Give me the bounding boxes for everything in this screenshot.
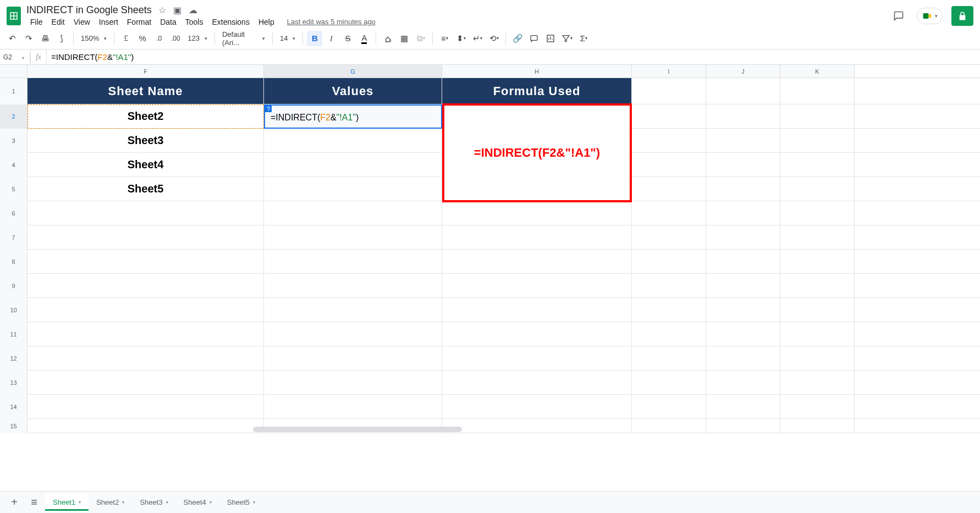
- horizontal-scrollbar[interactable]: [253, 427, 462, 432]
- cell-G6[interactable]: [264, 201, 442, 225]
- cell-F12[interactable]: [27, 346, 264, 370]
- cell-K11[interactable]: [780, 322, 855, 346]
- undo-button[interactable]: ↶: [4, 31, 20, 46]
- filter-button[interactable]: ▾: [559, 31, 575, 46]
- horizontal-align-button[interactable]: ≡▾: [437, 31, 452, 46]
- column-header-F[interactable]: F: [27, 65, 264, 78]
- row-header-11[interactable]: 11: [0, 322, 27, 346]
- menu-file[interactable]: File: [26, 15, 47, 29]
- comments-icon[interactable]: [889, 7, 908, 25]
- text-rotation-button[interactable]: ⟲▾: [486, 31, 502, 46]
- cell-H14[interactable]: [442, 395, 632, 418]
- cell-J10[interactable]: [706, 298, 780, 322]
- currency-button[interactable]: £: [118, 31, 134, 46]
- paint-format-button[interactable]: ⟆: [54, 31, 69, 46]
- move-folder-icon[interactable]: ▣: [173, 5, 183, 15]
- cell-F3[interactable]: Sheet3: [27, 129, 264, 152]
- cell-I7[interactable]: [632, 225, 706, 249]
- menu-tools[interactable]: Tools: [181, 15, 207, 29]
- meet-button[interactable]: ▾: [917, 8, 943, 24]
- insert-link-button[interactable]: 🔗: [510, 31, 525, 46]
- redo-button[interactable]: ↷: [21, 31, 36, 46]
- cell-G3[interactable]: [264, 129, 442, 152]
- cell-I15[interactable]: [632, 419, 706, 433]
- cell-I11[interactable]: [632, 322, 706, 346]
- share-button[interactable]: [951, 6, 973, 26]
- functions-button[interactable]: Σ▾: [576, 31, 591, 46]
- cell-H7[interactable]: [442, 225, 632, 249]
- cell-J7[interactable]: [706, 225, 780, 249]
- cell-K3[interactable]: [780, 129, 855, 152]
- cell-J3[interactable]: [706, 129, 780, 152]
- cloud-status-icon[interactable]: ☁: [188, 5, 198, 15]
- cell-G12[interactable]: [264, 346, 442, 370]
- row-header-5[interactable]: 5: [0, 177, 27, 201]
- cell-G10[interactable]: [264, 298, 442, 322]
- cell-J12[interactable]: [706, 346, 780, 370]
- insert-comment-button[interactable]: [526, 31, 542, 46]
- cell-K14[interactable]: [780, 395, 855, 418]
- cell-K7[interactable]: [780, 225, 855, 249]
- cell-I6[interactable]: [632, 201, 706, 225]
- cell-H1[interactable]: Formula Used: [442, 78, 632, 104]
- cell-I14[interactable]: [632, 395, 706, 418]
- cell-G1[interactable]: Values: [264, 78, 442, 104]
- menu-insert[interactable]: Insert: [95, 15, 122, 29]
- cell-F2[interactable]: Sheet2: [27, 104, 264, 128]
- cell-G13[interactable]: [264, 371, 442, 394]
- row-header-2[interactable]: 2: [0, 104, 27, 129]
- cell-K1[interactable]: [780, 78, 855, 104]
- cell-I4[interactable]: [632, 153, 706, 176]
- menu-help[interactable]: Help: [255, 15, 278, 29]
- column-header-I[interactable]: I: [632, 65, 706, 78]
- number-format-select[interactable]: 123: [184, 34, 211, 42]
- row-header-10[interactable]: 10: [0, 298, 27, 322]
- row-header-1[interactable]: 1: [0, 78, 27, 104]
- cell-H15[interactable]: [442, 419, 632, 433]
- decrease-decimal-button[interactable]: .0: [151, 31, 167, 46]
- cell-G7[interactable]: [264, 225, 442, 249]
- cell-H13[interactable]: [442, 371, 632, 394]
- cell-I10[interactable]: [632, 298, 706, 322]
- cell-G14[interactable]: [264, 395, 442, 418]
- row-header-9[interactable]: 9: [0, 274, 27, 298]
- cell-F8[interactable]: [27, 250, 264, 273]
- cell-K10[interactable]: [780, 298, 855, 322]
- cell-K12[interactable]: [780, 346, 855, 370]
- cell-I2[interactable]: [632, 104, 706, 128]
- cell-I3[interactable]: [632, 129, 706, 152]
- cell-K15[interactable]: [780, 419, 855, 433]
- cell-H10[interactable]: [442, 298, 632, 322]
- cell-F7[interactable]: [27, 225, 264, 249]
- cell-G8[interactable]: [264, 250, 442, 273]
- cell-I5[interactable]: [632, 177, 706, 201]
- select-all-corner[interactable]: [0, 65, 27, 78]
- cell-K13[interactable]: [780, 371, 855, 394]
- row-header-6[interactable]: 6: [0, 201, 27, 225]
- cell-J13[interactable]: [706, 371, 780, 394]
- sheet-tab-sheet3[interactable]: Sheet3: [132, 494, 175, 511]
- column-header-H[interactable]: H: [442, 65, 632, 78]
- cell-K5[interactable]: [780, 177, 855, 201]
- cell-K4[interactable]: [780, 153, 855, 176]
- cell-G11[interactable]: [264, 322, 442, 346]
- cell-I1[interactable]: [632, 78, 706, 104]
- cell-F11[interactable]: [27, 322, 264, 346]
- cell-G4[interactable]: [264, 153, 442, 176]
- cell-H11[interactable]: [442, 322, 632, 346]
- text-wrap-button[interactable]: ↵▾: [470, 31, 485, 46]
- cell-H6[interactable]: [442, 201, 632, 225]
- sheets-app-icon[interactable]: [7, 7, 21, 25]
- cell-J14[interactable]: [706, 395, 780, 418]
- sheet-tab-sheet5[interactable]: Sheet5: [219, 494, 263, 511]
- formula-input[interactable]: =INDIRECT(F2&"!A1"): [47, 51, 980, 63]
- row-header-13[interactable]: 13: [0, 371, 27, 395]
- text-color-button[interactable]: A: [356, 31, 372, 46]
- cell-I9[interactable]: [632, 274, 706, 297]
- sheet-tab-sheet1[interactable]: Sheet1: [45, 494, 89, 511]
- percent-button[interactable]: %: [135, 31, 150, 46]
- cell-F6[interactable]: [27, 201, 264, 225]
- cell-J2[interactable]: [706, 104, 780, 128]
- column-header-K[interactable]: K: [780, 65, 855, 78]
- cell-K2[interactable]: [780, 104, 855, 128]
